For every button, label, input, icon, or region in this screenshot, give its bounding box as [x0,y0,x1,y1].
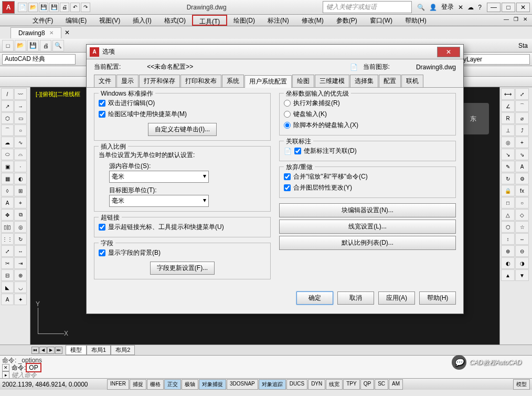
layout-first-icon[interactable]: ⏮ [31,347,39,354]
sb-ortho[interactable]: 正交 [164,379,181,390]
revcloud-icon[interactable]: ☁ [1,137,14,148]
chk-field-bg[interactable]: 显示字段的背景(B) [99,247,266,258]
trim-icon[interactable]: ✂ [1,257,14,269]
new-tab-icon[interactable]: ✕ [65,29,70,36]
rotate-icon[interactable]: ↻ [14,233,27,245]
point-icon[interactable]: · [14,161,27,172]
misc7-icon[interactable]: ↕ [501,233,515,245]
region-icon[interactable]: ◊ [1,185,14,196]
menu-insert[interactable]: 插入(I) [126,15,157,26]
sb-sc[interactable]: SC [375,379,388,390]
rect-icon[interactable]: ▭ [14,112,27,124]
rad-keyboard-except[interactable]: 除脚本外的键盘输入(X) [284,120,451,131]
sb-ducs[interactable]: DUCS [286,379,307,390]
ellipsearc-icon[interactable]: ⌓ [14,149,27,160]
xline-icon[interactable]: ↗ [1,100,14,112]
tab-files[interactable]: 文件 [94,75,116,87]
menu-draw[interactable]: 绘图(D) [227,15,261,26]
app-logo[interactable]: A [2,1,15,14]
exchange-icon[interactable]: ✕ [458,4,463,11]
btn-block-editor[interactable]: 块编辑器设置(N)... [279,203,456,217]
chk-shortcut-menus[interactable]: 绘图区域中使用快捷菜单(M) [99,109,266,120]
sb-tpy[interactable]: TPY [343,379,359,390]
misc11-icon[interactable]: ◐ [501,257,515,269]
addsel-icon[interactable]: + [14,197,27,209]
dim-linear-icon[interactable]: ⟷ [501,88,515,100]
dim-aligned-icon[interactable]: ⤢ [515,88,529,100]
text-a-icon[interactable]: A [1,294,14,305]
cmd-hint[interactable]: 键入命令 [12,371,37,380]
misc2-icon[interactable]: ○ [515,197,529,209]
ray-icon[interactable]: → [14,100,27,112]
ellipse-icon[interactable]: ⬭ [1,149,14,160]
qat-print-icon[interactable]: 🖨 [60,3,69,12]
tb-open-icon[interactable]: 📂 [15,40,26,51]
mdi-close[interactable]: ✕ [520,15,530,23]
misc6-icon[interactable]: ☆ [515,221,529,233]
menu-view[interactable]: 视图(V) [93,15,126,26]
dim-ordinate-icon[interactable]: ⊥ [501,124,515,136]
move-icon[interactable]: ✥ [1,209,14,221]
dim-tedit-icon[interactable]: A [515,161,529,172]
menu-parametric[interactable]: 参数(P) [330,15,364,26]
qat-open-icon[interactable]: 📂 [28,3,38,12]
tb-new-icon[interactable]: □ [2,40,14,51]
misc14-icon[interactable]: ▼ [515,269,529,281]
sb-grid[interactable]: 栅格 [147,379,164,390]
tab-selection[interactable]: 选择集 [350,75,378,87]
user-icon[interactable]: 👤 [429,4,437,11]
sb-am[interactable]: AM [389,379,403,390]
table-icon[interactable]: ⊞ [14,185,27,196]
misc1-icon[interactable]: □ [501,197,515,209]
menu-modify[interactable]: 修改(M) [295,15,330,26]
help-button[interactable]: 帮助(H) [419,291,456,305]
chk-assoc-dim[interactable]: 📄使新标注可关联(D) [284,145,451,157]
login-link[interactable]: 登录 [441,3,454,12]
btn-rightclick-custom[interactable]: 自定义右键单击(I)... [148,123,217,136]
offset-icon[interactable]: ◎ [14,221,27,233]
sb-otrack[interactable]: 对象追踪 [259,379,286,390]
mtext-icon[interactable]: A [1,197,14,209]
menu-edit[interactable]: 编辑(E) [59,15,93,26]
dialog-close-button[interactable]: ✕ [437,47,460,57]
cancel-button[interactable]: 取消 [337,291,374,305]
menu-dimension[interactable]: 标注(N) [261,15,295,26]
join-icon[interactable]: ⊕ [14,269,27,281]
misc13-icon[interactable]: ▲ [501,269,515,281]
sb-snap[interactable]: 捕捉 [130,379,146,390]
constraint-icon[interactable]: 🔒 [501,185,515,196]
leader-icon[interactable]: ↘ [501,149,515,160]
misc3-icon[interactable]: △ [501,209,515,221]
tb-print-icon[interactable]: 🖨 [40,40,51,51]
mdi-minimize[interactable]: — [502,15,511,23]
sb-3dosnap[interactable]: 3DOSNAP [227,379,258,390]
rad-osnap[interactable]: 执行对象捕捉(R) [284,98,451,109]
document-tab[interactable]: Drawing8 ✕ [10,27,61,38]
dim-radius-icon[interactable]: R [501,112,515,124]
centermark-icon[interactable]: + [515,137,529,148]
dim-angular-icon[interactable]: ∠ [501,100,515,112]
tb-preview-icon[interactable]: 🔍 [52,40,64,51]
misc12-icon[interactable]: ◑ [515,257,529,269]
hatch-icon[interactable]: ▦ [1,173,14,184]
tab-plot[interactable]: 打印和发布 [180,75,221,87]
tab-drafting[interactable]: 绘图 [292,75,314,87]
sb-dyn[interactable]: DYN [308,379,325,390]
apply-button[interactable]: 应用(A) [378,291,415,305]
copy-icon[interactable]: ⧉ [14,209,27,221]
menu-file[interactable]: 文件(F) [26,15,59,26]
ok-button[interactable]: 确定 [296,291,333,305]
layout-next-icon[interactable]: ▶ [47,347,55,354]
tgt-units-combo[interactable]: 毫米▾ [109,195,209,207]
menu-format[interactable]: 格式(O) [158,15,192,26]
cloud-icon[interactable]: ☁ [467,4,474,11]
chamfer-icon[interactable]: ◣ [1,282,14,293]
chk-dblclick-edit[interactable]: 双击进行编辑(O) [99,98,266,109]
misc5-icon[interactable]: ⬡ [501,221,515,233]
search-input[interactable]: 键入关键字或短语 [323,1,412,13]
arc-icon[interactable]: ⌒ [1,124,14,136]
layer-combo[interactable]: ByLayer [456,54,530,65]
gradient-icon[interactable]: ◐ [14,173,27,184]
dim-edit-icon[interactable]: ✎ [501,161,515,172]
break-icon[interactable]: ⊟ [1,269,14,281]
